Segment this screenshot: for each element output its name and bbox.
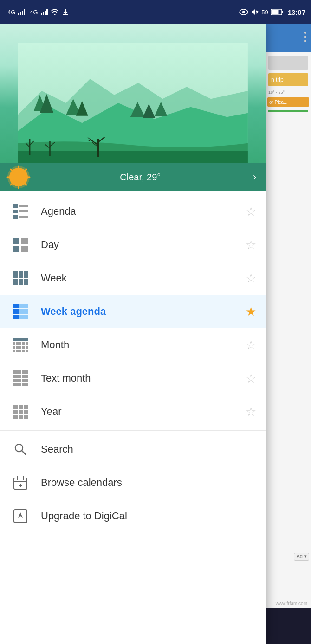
agenda-icon bbox=[9, 204, 32, 219]
weather-condition: Clear, 29° bbox=[35, 172, 246, 183]
mute-icon bbox=[251, 8, 259, 16]
agenda-label: Agenda bbox=[41, 205, 246, 217]
sidebar-item-upgrade[interactable]: Upgrade to DigiCal+ bbox=[0, 499, 266, 533]
sidebar-item-text-month[interactable]: Text month ☆ bbox=[0, 362, 266, 395]
sidebar-item-week[interactable]: Week ☆ bbox=[0, 261, 266, 295]
agenda-star[interactable]: ☆ bbox=[246, 204, 256, 219]
menu-divider bbox=[0, 430, 266, 431]
browse-calendars-icon bbox=[9, 475, 32, 490]
week-agenda-label: Week agenda bbox=[41, 306, 246, 318]
year-star[interactable]: ☆ bbox=[246, 405, 256, 419]
svg-rect-7 bbox=[272, 10, 278, 14]
clock: 13:07 bbox=[288, 8, 305, 16]
sidebar-item-agenda[interactable]: Agenda ☆ bbox=[0, 195, 266, 228]
text-month-label: Text month bbox=[41, 372, 246, 384]
text-month-star[interactable]: ☆ bbox=[246, 371, 256, 386]
svg-point-2 bbox=[242, 11, 245, 13]
month-star[interactable]: ☆ bbox=[246, 338, 256, 352]
month-label: Month bbox=[41, 339, 246, 351]
status-left: 4G 4G bbox=[7, 8, 69, 16]
svg-line-38 bbox=[22, 451, 26, 454]
status-bar: 4G 4G bbox=[0, 0, 311, 24]
search-icon bbox=[9, 442, 32, 456]
svg-line-33 bbox=[11, 169, 13, 172]
main-layout: Clear, 29° › Agenda ☆ bbox=[0, 24, 311, 644]
signal-bars-2 bbox=[41, 9, 48, 15]
drawer: Clear, 29° › Agenda ☆ bbox=[0, 24, 266, 644]
menu-list: Agenda ☆ Day ☆ bbox=[0, 191, 266, 644]
sidebar-item-search[interactable]: Search bbox=[0, 433, 266, 466]
upgrade-icon bbox=[9, 509, 32, 523]
ad-badge[interactable]: Ad ▾ bbox=[294, 553, 309, 561]
watermark: www.frfam.com bbox=[276, 601, 307, 606]
weather-bar[interactable]: Clear, 29° › bbox=[0, 163, 266, 191]
wifi-icon bbox=[51, 9, 59, 15]
eye-icon bbox=[239, 9, 248, 15]
week-icon bbox=[9, 271, 32, 285]
month-icon bbox=[9, 338, 32, 352]
sidebar-item-browse-calendars[interactable]: Browse calendars bbox=[0, 466, 266, 499]
sidebar-item-day[interactable]: Day ☆ bbox=[0, 228, 266, 261]
svg-line-35 bbox=[24, 169, 26, 172]
svg-rect-6 bbox=[282, 11, 283, 13]
battery-icon bbox=[271, 9, 283, 15]
landscape-svg bbox=[0, 43, 266, 163]
sidebar-item-week-agenda[interactable]: Week agenda ★ bbox=[0, 295, 266, 328]
sidebar-item-month[interactable]: Month ☆ bbox=[0, 328, 266, 362]
calendar-item-1 bbox=[268, 56, 308, 70]
week-label: Week bbox=[41, 272, 246, 284]
svg-point-28 bbox=[13, 172, 24, 183]
cal-event-bar: or Pica... bbox=[267, 97, 309, 107]
svg-line-34 bbox=[24, 182, 26, 185]
hero-image: Clear, 29° › bbox=[0, 24, 266, 191]
ad-badge-text: Ad ▾ bbox=[296, 554, 307, 560]
browse-calendars-label: Browse calendars bbox=[41, 477, 256, 489]
year-label: Year bbox=[41, 406, 246, 418]
status-right: 59 13:07 bbox=[239, 8, 305, 16]
year-icon bbox=[9, 405, 32, 419]
day-star[interactable]: ☆ bbox=[246, 238, 256, 252]
sidebar-item-year[interactable]: Year ☆ bbox=[0, 395, 266, 428]
download-icon bbox=[62, 8, 69, 16]
signal-4g-1: 4G bbox=[7, 9, 15, 16]
calendar-line bbox=[268, 110, 308, 112]
search-label: Search bbox=[41, 443, 256, 455]
temperature-range: 18° - 25° bbox=[266, 88, 311, 96]
sun-rays-svg bbox=[6, 164, 32, 190]
battery-text: 59 bbox=[261, 9, 268, 16]
trip-event-text: n trip bbox=[271, 77, 284, 83]
text-month-icon bbox=[9, 370, 32, 386]
landscape-illustration bbox=[0, 24, 266, 163]
day-icon bbox=[9, 238, 32, 252]
signal-bars-1 bbox=[18, 9, 25, 15]
svg-line-36 bbox=[11, 182, 13, 185]
cal-event-text: or Pica... bbox=[269, 100, 287, 105]
svg-marker-46 bbox=[18, 512, 23, 518]
week-agenda-star[interactable]: ★ bbox=[246, 305, 256, 319]
week-star[interactable]: ☆ bbox=[246, 271, 256, 286]
week-agenda-icon bbox=[9, 304, 32, 319]
signal-4g-2: 4G bbox=[30, 9, 38, 16]
upgrade-label: Upgrade to DigiCal+ bbox=[41, 510, 256, 522]
weather-sun-icon bbox=[9, 168, 28, 186]
day-label: Day bbox=[41, 239, 246, 251]
three-dots-menu[interactable] bbox=[304, 32, 306, 42]
calendar-background: n trip 18° - 25° or Pica... Ad ▾ bbox=[266, 24, 311, 644]
weather-chevron-icon: › bbox=[253, 171, 256, 183]
trip-event: n trip bbox=[268, 73, 308, 86]
